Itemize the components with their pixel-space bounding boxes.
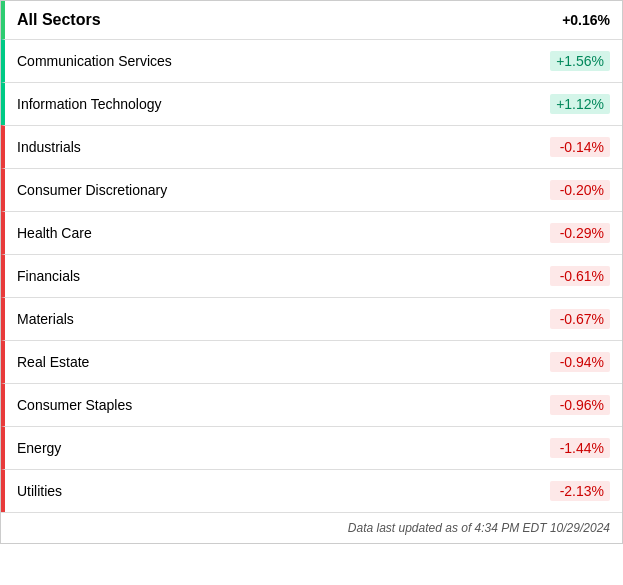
footer: Data last updated as of 4:34 PM EDT 10/2… — [1, 512, 622, 543]
sector-change: -0.29% — [550, 223, 610, 243]
sector-change: -0.14% — [550, 137, 610, 157]
sector-change: -0.67% — [550, 309, 610, 329]
sector-row: Utilities-2.13% — [1, 469, 622, 512]
sector-name: Real Estate — [17, 354, 89, 370]
sector-name: Industrials — [17, 139, 81, 155]
sector-name: Information Technology — [17, 96, 162, 112]
sectors-table: All Sectors +0.16% Communication Service… — [0, 0, 623, 544]
sector-name: Communication Services — [17, 53, 172, 69]
sector-row: Industrials-0.14% — [1, 125, 622, 168]
sector-row: Materials-0.67% — [1, 297, 622, 340]
sector-row: Energy-1.44% — [1, 426, 622, 469]
header-row: All Sectors +0.16% — [1, 1, 622, 39]
sector-change: -0.20% — [550, 180, 610, 200]
sector-name: Consumer Staples — [17, 397, 132, 413]
sector-name: Health Care — [17, 225, 92, 241]
sector-change: +1.56% — [550, 51, 610, 71]
footer-text: Data last updated as of 4:34 PM EDT 10/2… — [348, 521, 610, 535]
sector-row: Health Care-0.29% — [1, 211, 622, 254]
sectors-list: Communication Services+1.56%Information … — [1, 39, 622, 512]
sector-name: Financials — [17, 268, 80, 284]
sector-row: Information Technology+1.12% — [1, 82, 622, 125]
sector-change: -1.44% — [550, 438, 610, 458]
sector-row: Consumer Discretionary-0.20% — [1, 168, 622, 211]
sector-name: Utilities — [17, 483, 62, 499]
header-title: All Sectors — [17, 11, 101, 29]
sector-name: Consumer Discretionary — [17, 182, 167, 198]
sector-change: -0.94% — [550, 352, 610, 372]
sector-change: -0.61% — [550, 266, 610, 286]
sector-name: Energy — [17, 440, 61, 456]
sector-row: Consumer Staples-0.96% — [1, 383, 622, 426]
sector-row: Communication Services+1.56% — [1, 39, 622, 82]
sector-change: +1.12% — [550, 94, 610, 114]
sector-change: -2.13% — [550, 481, 610, 501]
header-change: +0.16% — [562, 12, 610, 28]
sector-row: Real Estate-0.94% — [1, 340, 622, 383]
sector-row: Financials-0.61% — [1, 254, 622, 297]
sector-change: -0.96% — [550, 395, 610, 415]
sector-name: Materials — [17, 311, 74, 327]
